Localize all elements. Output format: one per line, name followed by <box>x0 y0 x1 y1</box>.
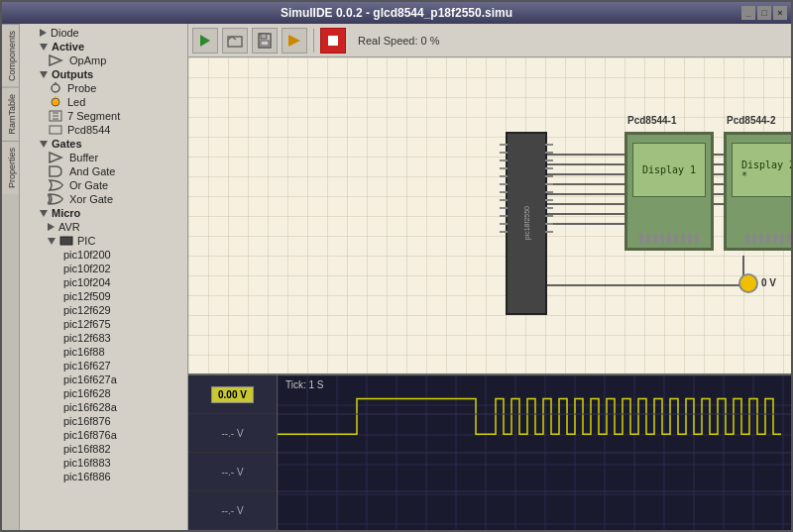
pic16f628-label: pic16f628 <box>63 387 111 399</box>
outputs-expand-icon <box>40 71 48 78</box>
svg-rect-20 <box>261 41 269 46</box>
svg-point-1 <box>52 84 59 92</box>
pic16f883-label: pic16f883 <box>63 457 111 469</box>
display1-label: Pcd8544-1 <box>627 115 676 126</box>
tab-properties[interactable]: Properties <box>2 141 19 194</box>
sidebar-item-diode[interactable]: Diode <box>20 26 187 40</box>
and-gate-label: And Gate <box>69 165 115 177</box>
sidebar-section-active[interactable]: Active <box>20 40 187 53</box>
sidebar-section-outputs[interactable]: Outputs <box>20 67 187 81</box>
or-gate-icon <box>48 179 65 191</box>
sidebar-item-pic16f88[interactable]: pic16f88 <box>20 345 187 359</box>
sidebar-item-or-gate[interactable]: Or Gate <box>20 178 187 192</box>
window-controls: _ □ × <box>741 6 787 20</box>
led-label: Led <box>67 96 85 108</box>
sidebar-item-avr[interactable]: AVR <box>20 220 187 234</box>
pic-chip-icon <box>59 236 73 246</box>
sidebar-item-and-gate[interactable]: And Gate <box>20 164 187 178</box>
sidebar-item-pic16f876[interactable]: pic16f876 <box>20 414 187 428</box>
sidebar-item-pic12f675[interactable]: pic12f675 <box>20 317 187 331</box>
sidebar-item-probe[interactable]: Probe <box>20 81 187 95</box>
sidebar-item-pic16f876a[interactable]: pic16f876a <box>20 428 187 442</box>
circuit-canvas[interactable]: pic18f2550 Pcd8544-1 Display 1 <box>188 57 791 373</box>
sidebar-item-pic10f200[interactable]: pic10f200 <box>20 248 187 262</box>
gates-expand-icon <box>40 141 48 148</box>
sidebar-item-pic10f204[interactable]: pic10f204 <box>20 275 187 289</box>
sidebar-item-buffer[interactable]: Buffer <box>20 151 187 164</box>
lcd-display-2[interactable]: Pcd8544-2 Display 2 * <box>724 132 791 251</box>
sidebar-item-pic12f509[interactable]: pic12f509 <box>20 289 187 303</box>
pic-chip[interactable]: pic18f2550 <box>506 132 547 315</box>
svg-rect-22 <box>328 36 338 46</box>
svg-marker-11 <box>50 153 61 162</box>
osc-ch2-value: --.- V <box>221 428 243 439</box>
buffer-icon <box>48 152 65 163</box>
run-button[interactable] <box>192 28 218 53</box>
open-button[interactable] <box>222 28 248 53</box>
sidebar: Diode Active OpAmp <box>20 24 188 530</box>
sidebar-item-pic16f627a[interactable]: pic16f627a <box>20 372 187 386</box>
sidebar-item-pic16f628a[interactable]: pic16f628a <box>20 400 187 414</box>
open-icon <box>226 32 244 50</box>
or-gate-label: Or Gate <box>69 179 108 191</box>
sidebar-item-pcd8544[interactable]: Pcd8544 <box>20 123 187 137</box>
probe-label: Probe <box>67 82 96 94</box>
buffer-label: Buffer <box>69 152 98 163</box>
gates-label: Gates <box>52 138 82 150</box>
svg-line-5 <box>57 96 59 97</box>
xor-gate-label: Xor Gate <box>69 193 113 205</box>
sidebar-item-pic10f202[interactable]: pic10f202 <box>20 262 187 275</box>
oscilloscope-area: 0.00 V --.- V --.- V --.- V <box>188 373 791 530</box>
sidebar-item-opamp[interactable]: OpAmp <box>20 53 187 67</box>
sidebar-item-7seg[interactable]: 7 Segment <box>20 109 187 123</box>
tab-ramtable[interactable]: RamTable <box>2 87 19 141</box>
stop-button[interactable] <box>320 28 346 53</box>
osc-ch4-row: --.- V <box>188 491 277 530</box>
svg-line-4 <box>54 96 56 97</box>
svg-marker-0 <box>50 55 61 65</box>
app-window: SimulIDE 0.0.2 - glcd8544_p18f2550.simu … <box>0 0 793 532</box>
osc-ch3-value: --.- V <box>221 467 243 478</box>
lcd-display-1[interactable]: Pcd8544-1 Display 1 <box>624 132 714 251</box>
toolbar: Real Speed: 0 % <box>188 24 791 57</box>
sidebar-item-pic16f627[interactable]: pic16f627 <box>20 359 187 372</box>
sidebar-item-led[interactable]: Led <box>20 95 187 109</box>
tab-components[interactable]: Components <box>2 24 19 87</box>
osc-ch3-row: --.- V <box>188 453 277 491</box>
minimize-button[interactable]: _ <box>741 6 755 20</box>
sidebar-vtabs: Components RamTable Properties <box>2 24 20 530</box>
compile-icon <box>285 32 303 50</box>
pic10f202-label: pic10f202 <box>63 263 111 274</box>
7seg-label: 7 Segment <box>67 110 120 122</box>
svg-marker-16 <box>200 35 210 47</box>
sidebar-item-pic16f882[interactable]: pic16f882 <box>20 442 187 456</box>
probe-icon <box>48 82 63 94</box>
svg-rect-19 <box>261 34 267 39</box>
compile-button[interactable] <box>282 28 307 53</box>
sidebar-item-pic12f683[interactable]: pic12f683 <box>20 331 187 345</box>
sidebar-section-micro[interactable]: Micro <box>20 206 187 220</box>
avr-label: AVR <box>58 221 80 233</box>
diode-label: Diode <box>51 27 79 39</box>
window-title: SimulIDE 0.0.2 - glcd8544_p18f2550.simu <box>281 6 512 20</box>
and-gate-icon <box>48 165 65 177</box>
pic12f629-label: pic12f629 <box>63 304 111 316</box>
sidebar-item-pic16f628[interactable]: pic16f628 <box>20 386 187 400</box>
outputs-label: Outputs <box>52 68 93 80</box>
sidebar-item-pic16f883[interactable]: pic16f883 <box>20 456 187 470</box>
svg-rect-12 <box>60 237 72 245</box>
pic16f88-label: pic16f88 <box>63 346 105 358</box>
sidebar-section-gates[interactable]: Gates <box>20 137 187 151</box>
sidebar-item-pic12f629[interactable]: pic12f629 <box>20 303 187 317</box>
sidebar-item-xor-gate[interactable]: Xor Gate <box>20 192 187 206</box>
xor-gate-icon <box>48 193 65 205</box>
sidebar-content: Diode Active OpAmp <box>20 24 187 530</box>
save-button[interactable] <box>252 28 278 53</box>
close-button[interactable]: × <box>773 6 787 20</box>
sidebar-item-pic16f886[interactable]: pic16f886 <box>20 470 187 483</box>
maximize-button[interactable]: □ <box>757 6 771 20</box>
sidebar-item-pic[interactable]: PIC <box>20 234 187 248</box>
display2-pins <box>727 234 791 244</box>
svg-marker-21 <box>288 35 300 47</box>
run-icon <box>196 32 214 50</box>
